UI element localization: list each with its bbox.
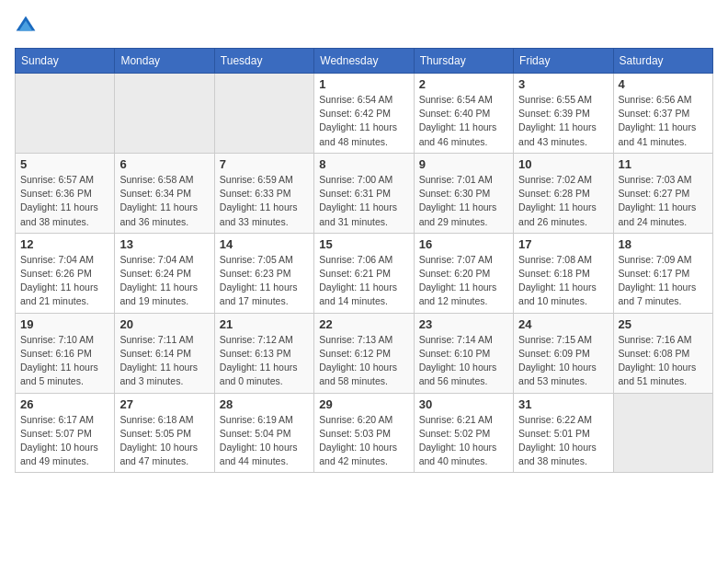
day-number: 13	[119, 237, 209, 251]
day-info: Sunrise: 7:10 AM Sunset: 6:16 PM Dayligh…	[20, 333, 109, 389]
calendar-body: 1Sunrise: 6:54 AM Sunset: 6:42 PM Daylig…	[16, 74, 713, 473]
day-number: 9	[419, 157, 508, 171]
day-number: 28	[220, 397, 309, 411]
day-info: Sunrise: 7:11 AM Sunset: 6:14 PM Dayligh…	[119, 333, 209, 389]
day-info: Sunrise: 7:09 AM Sunset: 6:17 PM Dayligh…	[619, 253, 708, 309]
calendar-cell: 20Sunrise: 7:11 AM Sunset: 6:14 PM Dayli…	[115, 313, 214, 393]
day-number: 5	[20, 157, 109, 171]
weekday-header-thursday: Thursday	[414, 49, 513, 74]
calendar-cell: 15Sunrise: 7:06 AM Sunset: 6:21 PM Dayli…	[314, 233, 414, 313]
calendar-cell: 24Sunrise: 7:15 AM Sunset: 6:09 PM Dayli…	[514, 313, 613, 393]
day-info: Sunrise: 7:06 AM Sunset: 6:21 PM Dayligh…	[319, 253, 408, 309]
day-info: Sunrise: 7:04 AM Sunset: 6:26 PM Dayligh…	[20, 253, 109, 309]
calendar-cell: 23Sunrise: 7:14 AM Sunset: 6:10 PM Dayli…	[414, 313, 513, 393]
weekday-header-saturday: Saturday	[613, 49, 712, 74]
day-number: 7	[220, 157, 309, 171]
calendar-cell: 9Sunrise: 7:01 AM Sunset: 6:30 PM Daylig…	[414, 153, 513, 233]
logo	[15, 15, 40, 37]
day-info: Sunrise: 7:02 AM Sunset: 6:28 PM Dayligh…	[518, 173, 608, 229]
calendar-cell	[613, 393, 712, 473]
day-info: Sunrise: 6:54 AM Sunset: 6:42 PM Dayligh…	[319, 93, 408, 149]
calendar-week-row: 26Sunrise: 6:17 AM Sunset: 5:07 PM Dayli…	[16, 393, 713, 473]
calendar-table: SundayMondayTuesdayWednesdayThursdayFrid…	[15, 48, 713, 473]
calendar-cell: 2Sunrise: 6:54 AM Sunset: 6:40 PM Daylig…	[414, 74, 513, 154]
calendar-cell: 3Sunrise: 6:55 AM Sunset: 6:39 PM Daylig…	[514, 74, 613, 154]
day-info: Sunrise: 6:17 AM Sunset: 5:07 PM Dayligh…	[20, 413, 109, 469]
day-number: 16	[419, 237, 508, 251]
day-info: Sunrise: 6:56 AM Sunset: 6:37 PM Dayligh…	[619, 93, 708, 149]
day-number: 3	[518, 77, 608, 91]
calendar-cell: 12Sunrise: 7:04 AM Sunset: 6:26 PM Dayli…	[16, 233, 115, 313]
day-info: Sunrise: 7:13 AM Sunset: 6:12 PM Dayligh…	[319, 333, 408, 389]
calendar-cell	[115, 74, 214, 154]
day-number: 31	[518, 397, 608, 411]
calendar-cell: 25Sunrise: 7:16 AM Sunset: 6:08 PM Dayli…	[613, 313, 712, 393]
day-number: 1	[319, 77, 408, 91]
day-info: Sunrise: 6:58 AM Sunset: 6:34 PM Dayligh…	[119, 173, 209, 229]
day-number: 18	[619, 237, 708, 251]
day-number: 24	[518, 317, 608, 331]
calendar-cell: 7Sunrise: 6:59 AM Sunset: 6:33 PM Daylig…	[214, 153, 313, 233]
day-number: 25	[619, 317, 708, 331]
page-header	[15, 15, 713, 37]
day-info: Sunrise: 7:00 AM Sunset: 6:31 PM Dayligh…	[319, 173, 408, 229]
calendar-cell: 31Sunrise: 6:22 AM Sunset: 5:01 PM Dayli…	[514, 393, 613, 473]
day-info: Sunrise: 7:04 AM Sunset: 6:24 PM Dayligh…	[119, 253, 209, 309]
day-number: 15	[319, 237, 408, 251]
calendar-week-row: 1Sunrise: 6:54 AM Sunset: 6:42 PM Daylig…	[16, 74, 713, 154]
weekday-header-sunday: Sunday	[16, 49, 115, 74]
calendar-cell: 16Sunrise: 7:07 AM Sunset: 6:20 PM Dayli…	[414, 233, 513, 313]
day-number: 26	[20, 397, 109, 411]
day-info: Sunrise: 7:05 AM Sunset: 6:23 PM Dayligh…	[220, 253, 309, 309]
day-info: Sunrise: 7:07 AM Sunset: 6:20 PM Dayligh…	[419, 253, 508, 309]
calendar-cell: 11Sunrise: 7:03 AM Sunset: 6:27 PM Dayli…	[613, 153, 712, 233]
day-number: 17	[518, 237, 608, 251]
calendar-cell: 17Sunrise: 7:08 AM Sunset: 6:18 PM Dayli…	[514, 233, 613, 313]
day-number: 23	[419, 317, 508, 331]
logo-icon	[15, 15, 37, 37]
day-number: 21	[220, 317, 309, 331]
day-info: Sunrise: 6:21 AM Sunset: 5:02 PM Dayligh…	[419, 413, 508, 469]
weekday-header-row: SundayMondayTuesdayWednesdayThursdayFrid…	[16, 49, 713, 74]
day-info: Sunrise: 7:14 AM Sunset: 6:10 PM Dayligh…	[419, 333, 508, 389]
calendar-cell: 1Sunrise: 6:54 AM Sunset: 6:42 PM Daylig…	[314, 74, 414, 154]
day-info: Sunrise: 7:12 AM Sunset: 6:13 PM Dayligh…	[220, 333, 309, 389]
calendar-cell: 10Sunrise: 7:02 AM Sunset: 6:28 PM Dayli…	[514, 153, 613, 233]
day-info: Sunrise: 6:19 AM Sunset: 5:04 PM Dayligh…	[220, 413, 309, 469]
calendar-cell	[16, 74, 115, 154]
day-number: 19	[20, 317, 109, 331]
weekday-header-tuesday: Tuesday	[214, 49, 313, 74]
day-info: Sunrise: 6:59 AM Sunset: 6:33 PM Dayligh…	[220, 173, 309, 229]
day-number: 22	[319, 317, 408, 331]
calendar-cell: 5Sunrise: 6:57 AM Sunset: 6:36 PM Daylig…	[16, 153, 115, 233]
calendar-cell: 19Sunrise: 7:10 AM Sunset: 6:16 PM Dayli…	[16, 313, 115, 393]
calendar-cell: 13Sunrise: 7:04 AM Sunset: 6:24 PM Dayli…	[115, 233, 214, 313]
day-number: 10	[518, 157, 608, 171]
day-info: Sunrise: 7:08 AM Sunset: 6:18 PM Dayligh…	[518, 253, 608, 309]
day-number: 6	[119, 157, 209, 171]
day-info: Sunrise: 7:15 AM Sunset: 6:09 PM Dayligh…	[518, 333, 608, 389]
day-number: 14	[220, 237, 309, 251]
calendar-cell: 8Sunrise: 7:00 AM Sunset: 6:31 PM Daylig…	[314, 153, 414, 233]
day-number: 20	[119, 317, 209, 331]
day-number: 29	[319, 397, 408, 411]
weekday-header-monday: Monday	[115, 49, 214, 74]
calendar-cell	[214, 74, 313, 154]
day-info: Sunrise: 6:54 AM Sunset: 6:40 PM Dayligh…	[419, 93, 508, 149]
day-info: Sunrise: 7:16 AM Sunset: 6:08 PM Dayligh…	[619, 333, 708, 389]
calendar-header: SundayMondayTuesdayWednesdayThursdayFrid…	[16, 49, 713, 74]
day-number: 30	[419, 397, 508, 411]
day-number: 4	[619, 77, 708, 91]
calendar-cell: 18Sunrise: 7:09 AM Sunset: 6:17 PM Dayli…	[613, 233, 712, 313]
calendar-cell: 29Sunrise: 6:20 AM Sunset: 5:03 PM Dayli…	[314, 393, 414, 473]
calendar-cell: 28Sunrise: 6:19 AM Sunset: 5:04 PM Dayli…	[214, 393, 313, 473]
day-number: 27	[119, 397, 209, 411]
calendar-cell: 26Sunrise: 6:17 AM Sunset: 5:07 PM Dayli…	[16, 393, 115, 473]
weekday-header-friday: Friday	[514, 49, 613, 74]
day-info: Sunrise: 6:18 AM Sunset: 5:05 PM Dayligh…	[119, 413, 209, 469]
calendar-cell: 6Sunrise: 6:58 AM Sunset: 6:34 PM Daylig…	[115, 153, 214, 233]
day-number: 8	[319, 157, 408, 171]
calendar-week-row: 5Sunrise: 6:57 AM Sunset: 6:36 PM Daylig…	[16, 153, 713, 233]
calendar-cell: 27Sunrise: 6:18 AM Sunset: 5:05 PM Dayli…	[115, 393, 214, 473]
calendar-cell: 14Sunrise: 7:05 AM Sunset: 6:23 PM Dayli…	[214, 233, 313, 313]
